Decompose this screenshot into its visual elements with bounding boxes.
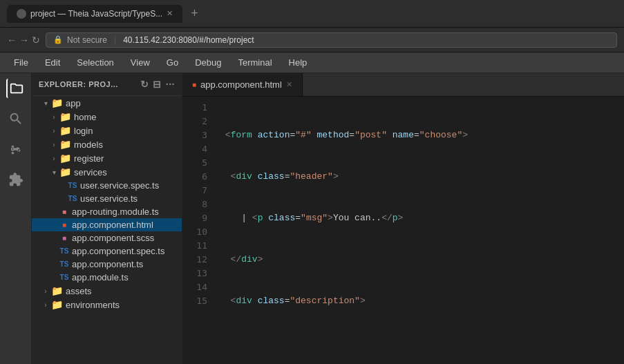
- html-file-icon: ■: [59, 221, 69, 229]
- line-numbers: 12345 678910 1112131415: [182, 97, 213, 364]
- menu-go[interactable]: Go: [160, 55, 185, 70]
- tree-label-models: models: [74, 140, 103, 150]
- main-layout: EXPLORER: PROJ... ↻ ⊟ ··· ▾ 📁 app › 📁 ho…: [0, 73, 624, 364]
- tree-item-assets[interactable]: › 📁 assets: [32, 284, 182, 298]
- chevron-app: ▾: [40, 99, 51, 107]
- search-icon[interactable]: [6, 109, 26, 128]
- tree-label-app-component-scss: app.component.scss: [72, 233, 154, 243]
- tree-item-app-component-spec[interactable]: TS app.component.spec.ts: [32, 245, 182, 258]
- ts-file-icon-6: TS: [59, 274, 69, 281]
- ts-file-icon-4: TS: [59, 247, 69, 255]
- editor-area: ■ app.component.html ✕ 12345 678910 1112…: [182, 73, 624, 364]
- file-tree: ▾ 📁 app › 📁 home › 📁 login › 📁 models: [32, 96, 182, 312]
- browser-tab-title: project — Theia JavaScript/TypeS...: [30, 9, 162, 19]
- folder-icon-assets: 📁: [51, 285, 63, 296]
- menu-terminal[interactable]: Terminal: [231, 55, 278, 70]
- folder-icon-services: 📁: [59, 166, 71, 178]
- folder-icon-models: 📁: [59, 139, 71, 150]
- editor-content[interactable]: 12345 678910 1112131415 <form action="#"…: [182, 97, 624, 364]
- tree-item-app-component-ts[interactable]: TS app.component.ts: [32, 258, 182, 271]
- code-line-4: </div>: [220, 253, 617, 267]
- sidebar-title: EXPLORER: PROJ...: [39, 80, 118, 88]
- tree-label-app-routing: app-routing.module.ts: [72, 207, 159, 217]
- folder-icon-environments: 📁: [51, 299, 63, 310]
- browser-tab-close[interactable]: ✕: [167, 9, 173, 18]
- tree-label-app-component-spec: app.component.spec.ts: [72, 246, 164, 256]
- chevron-login: ›: [48, 127, 59, 135]
- menu-view[interactable]: View: [124, 55, 157, 70]
- tree-label-app: app: [66, 98, 81, 108]
- ts-file-icon-5: TS: [59, 260, 69, 268]
- not-secure-label: Not secure: [67, 35, 107, 45]
- tab-favicon: [17, 9, 26, 19]
- chevron-models: ›: [48, 141, 59, 149]
- new-tab-button[interactable]: +: [188, 6, 201, 21]
- code-line-1: <form action="#" method="post" name="cho…: [220, 128, 617, 142]
- tree-label-user-service: user.service.ts: [80, 193, 138, 204]
- menu-edit[interactable]: Edit: [38, 55, 67, 70]
- code-editor[interactable]: <form action="#" method="post" name="cho…: [213, 97, 624, 364]
- editor-tab-bar: ■ app.component.html ✕: [182, 73, 624, 97]
- ts-file-icon-2: TS: [68, 195, 77, 202]
- folder-icon-home: 📁: [59, 111, 71, 122]
- nav-refresh-button[interactable]: ↻: [32, 35, 40, 46]
- sidebar-refresh-icon[interactable]: ↻: [140, 79, 149, 90]
- tree-item-user-service[interactable]: TS user.service.ts: [32, 192, 182, 205]
- scss-file-icon: ■: [59, 234, 69, 242]
- nav-forward-button[interactable]: →: [19, 35, 29, 46]
- chevron-home: ›: [48, 113, 59, 121]
- browser-tab-bar: project — Theia JavaScript/TypeS... ✕ +: [0, 0, 624, 28]
- tree-item-app[interactable]: ▾ 📁 app: [32, 96, 182, 110]
- files-icon[interactable]: [6, 79, 26, 98]
- address-bar-row: ← → ↻ 🔒 Not secure | 40.115.42.230:8080/…: [0, 28, 624, 52]
- address-text: 40.115.42.230:8080/#/home/project: [123, 35, 254, 45]
- tree-item-user-service-spec[interactable]: TS user.service.spec.ts: [32, 179, 182, 192]
- chevron-environments: ›: [40, 301, 51, 309]
- sidebar-collapse-icon[interactable]: ⊟: [153, 79, 162, 90]
- ts-file-icon-1: TS: [68, 182, 77, 189]
- tree-item-register[interactable]: › 📁 register: [32, 151, 182, 165]
- tree-item-models[interactable]: › 📁 models: [32, 137, 182, 151]
- tree-label-environments: environments: [66, 300, 120, 310]
- chevron-assets: ›: [40, 287, 51, 295]
- tree-label-assets: assets: [66, 286, 92, 296]
- editor-tab-html[interactable]: ■ app.component.html ✕: [182, 73, 303, 96]
- address-bar[interactable]: 🔒 Not secure | 40.115.42.230:8080/#/home…: [46, 32, 617, 48]
- menu-debug[interactable]: Debug: [188, 55, 228, 70]
- chevron-register: ›: [48, 155, 59, 162]
- sidebar-header: EXPLORER: PROJ... ↻ ⊟ ···: [32, 73, 182, 96]
- folder-icon-login: 📁: [59, 125, 71, 136]
- extensions-icon[interactable]: [6, 170, 26, 189]
- tree-item-app-component-scss[interactable]: ■ app.component.scss: [32, 231, 182, 245]
- sidebar-actions: ↻ ⊟ ···: [140, 79, 175, 90]
- tree-item-home[interactable]: › 📁 home: [32, 110, 182, 124]
- tree-label-register: register: [74, 153, 104, 164]
- folder-icon-app: 📁: [51, 97, 63, 108]
- menu-help[interactable]: Help: [282, 55, 314, 70]
- nav-arrows: ← → ↻: [7, 35, 40, 46]
- chevron-services: ▾: [48, 169, 59, 176]
- source-control-icon[interactable]: [6, 140, 26, 159]
- code-line-2: <div class="header">: [220, 170, 617, 184]
- nav-back-button[interactable]: ←: [7, 35, 17, 46]
- tree-item-services[interactable]: ▾ 📁 services: [32, 165, 182, 179]
- tree-label-login: login: [74, 126, 93, 136]
- menu-bar: File Edit Selection View Go Debug Termin…: [0, 52, 624, 73]
- lock-icon: 🔒: [53, 35, 63, 44]
- ts-file-icon-3: ■: [59, 208, 69, 215]
- browser-tab[interactable]: project — Theia JavaScript/TypeS... ✕: [7, 5, 182, 23]
- editor-tab-file-icon: ■: [192, 81, 196, 88]
- sidebar-more-icon[interactable]: ···: [166, 79, 175, 90]
- tree-label-home: home: [74, 112, 97, 122]
- menu-selection[interactable]: Selection: [70, 55, 120, 70]
- tree-label-services: services: [74, 167, 107, 178]
- tree-label-app-component-html: app.component.html: [72, 220, 153, 230]
- menu-file[interactable]: File: [7, 55, 35, 70]
- tree-item-login[interactable]: › 📁 login: [32, 124, 182, 137]
- editor-tab-close[interactable]: ✕: [286, 80, 292, 89]
- tree-item-app-routing[interactable]: ■ app-routing.module.ts: [32, 205, 182, 218]
- tree-item-environments[interactable]: › 📁 environments: [32, 298, 182, 312]
- folder-icon-register: 📁: [59, 153, 71, 164]
- tree-item-app-module[interactable]: TS app.module.ts: [32, 271, 182, 284]
- tree-item-app-component-html[interactable]: ■ app.component.html: [32, 218, 182, 231]
